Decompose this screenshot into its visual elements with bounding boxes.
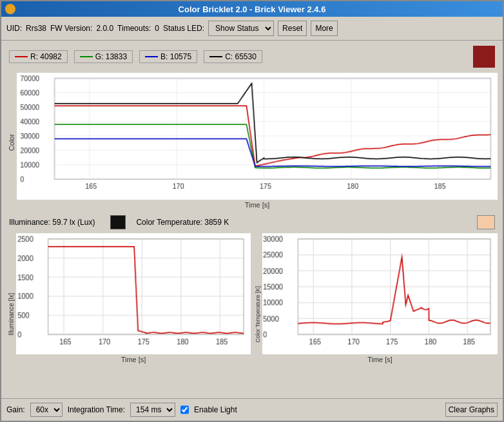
uid-value: Rrs38	[26, 24, 46, 33]
fw-value: 2.0.0	[96, 24, 113, 33]
legend-g-label: G: 13833	[95, 52, 127, 61]
titlebar: Color Bricklet 2.0 - Brick Viewer 2.4.6	[1, 1, 503, 17]
illuminance-chart-inner: Time [s]	[16, 233, 251, 396]
color-chart-canvas	[17, 73, 498, 200]
legend-b-label: B: 10575	[160, 52, 191, 61]
color-temp-black-swatch	[110, 215, 126, 229]
timeouts-value: 0	[155, 24, 159, 33]
legend-c: C: 65530	[204, 50, 262, 63]
clear-graphs-button[interactable]: Clear Graphs	[445, 403, 498, 417]
legend-r-label: R: 40982	[30, 52, 62, 61]
integration-select[interactable]: 154 ms	[130, 403, 175, 417]
color-temp-y-axis-label: Color Temperature [K]	[253, 233, 262, 396]
bottom-charts: Illuminance [lx] Time [s] Color Temperat…	[6, 233, 498, 396]
color-swatch	[473, 46, 495, 68]
color-temp-x-axis-label: Time [s]	[262, 354, 498, 366]
timeouts-label: Timeouts:	[117, 24, 151, 33]
color-chart-container: Color Time [s]	[6, 73, 498, 211]
app-icon	[5, 4, 15, 14]
color-chart-inner: Time [s]	[17, 73, 498, 211]
reset-button[interactable]: Reset	[278, 21, 307, 36]
content-area: R: 40982 G: 13833 B: 10575 C: 65530 Colo…	[1, 41, 503, 398]
gain-label: Gain:	[6, 405, 25, 414]
color-y-axis-label: Color	[6, 73, 17, 211]
legend-row: R: 40982 G: 13833 B: 10575 C: 65530	[4, 43, 500, 70]
enable-light-label[interactable]: Enable Light	[194, 405, 237, 414]
color-temp-chart-container: Color Temperature [K] Time [s]	[253, 233, 498, 396]
uid-label: UID:	[6, 24, 22, 33]
illuminance-label: Illuminance: 59.7 lx (Lux)	[9, 218, 95, 227]
info-row: Illuminance: 59.7 lx (Lux) Color Tempera…	[4, 214, 500, 231]
illuminance-y-axis-label: Illuminance [lx]	[6, 233, 16, 396]
status-led-select[interactable]: Show Status	[208, 21, 274, 36]
more-button[interactable]: More	[311, 21, 337, 36]
color-temp-chart-canvas	[262, 233, 498, 354]
legend-c-label: C: 65530	[225, 52, 257, 61]
fw-label: FW Version:	[50, 24, 92, 33]
illuminance-x-axis-label: Time [s]	[16, 354, 251, 366]
window-title: Color Bricklet 2.0 - Brick Viewer 2.4.6	[179, 5, 326, 14]
bottom-section: Illuminance: 59.7 lx (Lux) Color Tempera…	[4, 214, 500, 396]
color-temp-label: Color Temperature: 3859 K	[136, 218, 229, 227]
color-x-axis-label: Time [s]	[17, 200, 498, 211]
illuminance-chart-canvas	[16, 233, 251, 354]
toolbar: UID: Rrs38 FW Version: 2.0.0 Timeouts: 0…	[1, 17, 503, 41]
legend-b: B: 10575	[139, 50, 197, 63]
color-temp-chart-inner: Time [s]	[262, 233, 498, 396]
color-temp-swatch	[477, 215, 495, 229]
integration-label: Integration Time:	[68, 405, 125, 414]
gain-select[interactable]: 60x	[30, 403, 63, 417]
status-led-label: Status LED:	[163, 24, 204, 33]
footer: Gain: 60x Integration Time: 154 ms Enabl…	[1, 398, 503, 421]
legend-g: G: 13833	[74, 50, 133, 63]
illuminance-chart-container: Illuminance [lx] Time [s]	[6, 233, 251, 396]
enable-light-checkbox[interactable]	[180, 403, 189, 417]
main-window: Color Bricklet 2.0 - Brick Viewer 2.4.6 …	[0, 0, 504, 422]
legend-r: R: 40982	[9, 50, 68, 63]
